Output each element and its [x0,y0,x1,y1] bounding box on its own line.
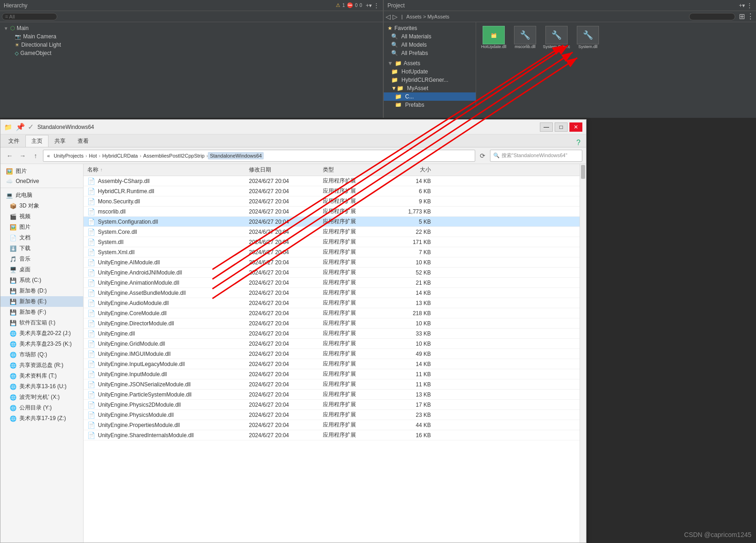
table-row[interactable]: 📄 UnityEngine.PhysicsModule.dll 2024/6/2… [84,410,580,420]
table-row[interactable]: 📄 UnityEngine.DirectorModule.dll 2024/6/… [84,318,580,329]
sidebar-3d[interactable]: 📦 3D 对象 [0,201,83,211]
sidebar-video[interactable]: 🎬 视频 [0,211,83,222]
project-forward-btn[interactable]: ▷ [393,13,398,20]
table-row[interactable]: 📄 System.Configuration.dll 2024/6/27 20:… [84,217,580,227]
table-row[interactable]: 📄 UnityEngine.PropertiesModule.dll 2024/… [84,420,580,430]
forward-button[interactable]: → [17,150,28,161]
hybridclr-folder[interactable]: 📁 HybridCLRGener... [384,76,476,84]
table-row[interactable]: 📄 System.Xml.dll 2024/6/27 20:04 应用程序扩展 … [84,247,580,257]
table-row[interactable]: 📄 UnityEngine.JSONSerializeModule.dll 20… [84,379,580,390]
project-search-input[interactable] [689,13,735,20]
hotupdate-folder[interactable]: 📁 HotUpdate [384,67,476,76]
project-back-btn[interactable]: ◁ [386,13,391,20]
table-row[interactable]: 📄 UnityEngine.dll 2024/6/27 20:04 应用程序扩展… [84,329,580,339]
project-view-btn[interactable]: ⊞ [739,12,745,21]
table-row[interactable]: 📄 mscorlib.dll 2024/6/27 20:04 应用程序扩展 1,… [84,207,580,217]
tree-item-light[interactable]: ☀ Directional Light [0,41,383,49]
fav-all-prefabs[interactable]: 🔍 All Prefabs [384,49,476,57]
crumb-hot[interactable]: Hot [87,152,99,159]
scrollbar-right[interactable] [580,164,586,543]
sidebar-c-drive[interactable]: 💾 系统 (C:) [0,275,83,286]
project-file-mscorlib[interactable]: 🔧 mscorlib.dll [511,26,539,49]
sidebar-thispc[interactable]: 💻 此电脑 [0,190,83,201]
minimize-button[interactable]: — [540,122,553,132]
table-row[interactable]: 📄 UnityEngine.AnimationModule.dll 2024/6… [84,278,580,288]
myasset-sub-prefabs[interactable]: 📁 Prefabs [384,101,476,107]
table-row[interactable]: 📄 UnityEngine.AIModule.dll 2024/6/27 20:… [84,257,580,268]
sidebar-docs[interactable]: 📄 文档 [0,232,83,243]
crumb-hybridclr[interactable]: HybridCLRData [100,152,139,159]
sidebar-t-drive[interactable]: 🌐 美术资料库 (T:) [0,371,83,381]
myasset-folder[interactable]: ▼📁 MyAsset [384,84,476,92]
crumb-assemblies[interactable]: AssembliesPostIl2CppStrip [141,152,206,159]
favorites-folder[interactable]: ★ All Materials,All Models,All Prefabs F… [384,24,476,32]
myasset-sub-c[interactable]: 📁 C... [384,92,476,101]
sidebar-y-drive[interactable]: 🌐 公用目录 (Y:) [0,403,83,413]
project-file-hotupdate[interactable]: 🗂️ HotUpdate.dll [480,26,508,49]
table-row[interactable]: 📄 UnityEngine.InputLegacyModule.dll 2024… [84,359,580,369]
sidebar-music[interactable]: 🎵 音乐 [0,254,83,264]
sidebar-pictures-top[interactable]: 🖼️ 图片 [0,166,83,177]
project-dots-icon[interactable]: ⋮ [747,2,752,9]
col-header-name[interactable]: 名称 ↑ [84,166,245,174]
sidebar-k-drive[interactable]: 🌐 美术共享盘23-25 (K:) [0,339,83,349]
project-file-systemcore[interactable]: 🔧 System.Core.c [543,26,570,49]
table-row[interactable]: 📄 System.Core.dll 2024/6/27 20:04 应用程序扩展… [84,227,580,237]
table-row[interactable]: 📄 Assembly-CSharp.dll 2024/6/27 20:04 应用… [84,176,580,186]
fav-all-materials[interactable]: 🔍 All Materials [384,32,476,41]
table-row[interactable]: 📄 System.dll 2024/6/27 20:04 应用程序扩展 171 … [84,237,580,247]
table-row[interactable]: 📄 UnityEngine.IMGUIModule.dll 2024/6/27 … [84,349,580,359]
tab-file[interactable]: 文件 [2,135,25,147]
sidebar-x-drive[interactable]: 🌐 波壳'时光机' (X:) [0,392,83,403]
address-bar[interactable]: « UnityProjects › Hot › HybridCLRData › … [43,150,475,162]
col-header-type[interactable]: 类型 [319,166,388,174]
project-file-system[interactable]: 🔧 System.dll [574,26,602,49]
crumb-standalone[interactable]: StandaloneWindows64 [208,152,264,159]
col-header-date[interactable]: 修改日期 [245,166,319,174]
sidebar-pictures[interactable]: 🖼️ 图片 [0,222,83,232]
hierarchy-dots-icon[interactable]: ⋮ [374,2,379,9]
tree-item-camera[interactable]: 📷 Main Camera [0,32,383,41]
tree-item-main[interactable]: ▼ ⬡ Main [0,24,383,32]
sidebar-j-drive[interactable]: 🌐 美术共享盘20-22 (J:) [0,328,83,339]
hierarchy-add-icon[interactable]: +▾ [366,2,372,9]
table-row[interactable]: 📄 UnityEngine.SharedInternalsModule.dll … [84,430,580,440]
tab-view[interactable]: 查看 [72,135,95,147]
maximize-button[interactable]: □ [555,122,568,132]
sidebar-d-drive[interactable]: 💾 新加卷 (D:) [0,286,83,296]
project-dots2-icon[interactable]: ⋮ [747,12,754,21]
tab-share[interactable]: 共享 [48,135,72,147]
table-row[interactable]: 📄 UnityEngine.CoreModule.dll 2024/6/27 2… [84,308,580,318]
hierarchy-search-input[interactable] [2,13,57,20]
scrollbar-thumb[interactable] [581,165,585,179]
crumb-part1[interactable]: « [45,152,52,159]
project-add-icon[interactable]: +▾ [739,2,745,9]
table-row[interactable]: 📄 UnityEngine.GridModule.dll 2024/6/27 2… [84,339,580,349]
tree-item-gameobject[interactable]: ◇ GameObject [0,49,383,57]
up-button[interactable]: ↑ [30,150,41,161]
table-row[interactable]: 📄 HybridCLR.Runtime.dll 2024/6/27 20:04 … [84,186,580,196]
search-bar[interactable]: 🔍 搜索"StandaloneWindows64" [490,150,582,162]
sidebar-onedrive[interactable]: ☁️ OneDrive [0,177,83,186]
table-row[interactable]: 📄 UnityEngine.Physics2DModule.dll 2024/6… [84,400,580,410]
sidebar-desktop[interactable]: 🖥️ 桌面 [0,264,83,275]
sidebar-e-drive[interactable]: 💾 新加卷 (E:) [0,296,83,307]
sidebar-i-drive[interactable]: 💾 软件百宝箱 (I:) [0,317,83,328]
table-row[interactable]: 📄 UnityEngine.AssetBundleModule.dll 2024… [84,288,580,298]
sidebar-u-drive[interactable]: 🌐 美术共享13-16 (U:) [0,381,83,392]
table-row[interactable]: 📄 UnityEngine.ParticleSystemModule.dll 2… [84,390,580,400]
sidebar-f-drive[interactable]: 💾 新加卷 (F:) [0,307,83,317]
ribbon-help-icon[interactable]: ? [573,139,584,147]
assets-folder[interactable]: ▼ 📁 Assets [384,59,476,67]
table-row[interactable]: 📄 UnityEngine.AudioModule.dll 2024/6/27 … [84,298,580,308]
col-header-size[interactable]: 大小 [388,166,435,174]
table-row[interactable]: 📄 UnityEngine.InputModule.dll 2024/6/27 … [84,369,580,379]
back-button[interactable]: ← [4,150,15,161]
tab-home[interactable]: 主页 [25,135,48,147]
refresh-button[interactable]: ⟳ [477,150,488,161]
sidebar-downloads[interactable]: ⬇️ 下载 [0,243,83,254]
fav-all-models[interactable]: 🔍 All Models [384,41,476,49]
sidebar-z-drive[interactable]: 🌐 美术共享17-19 (Z:) [0,413,83,424]
table-row[interactable]: 📄 UnityEngine.AndroidJNIModule.dll 2024/… [84,268,580,278]
sidebar-q-drive[interactable]: 🌐 市场部 (Q:) [0,349,83,360]
